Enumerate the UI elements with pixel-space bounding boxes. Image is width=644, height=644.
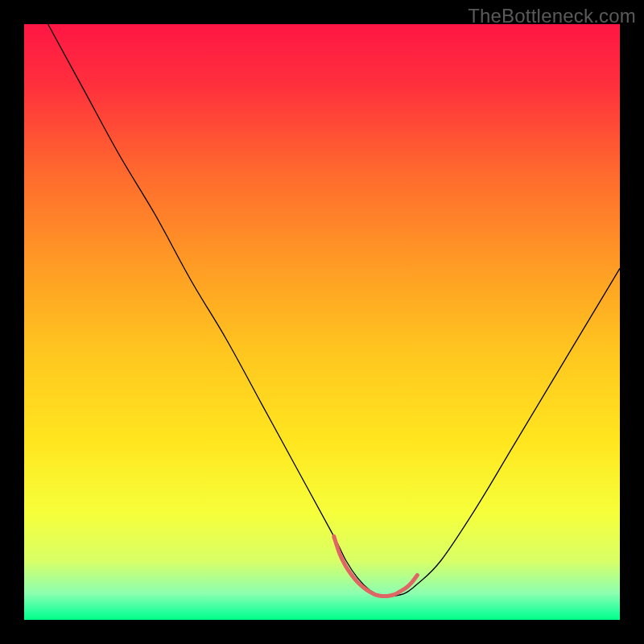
chart-frame: TheBottleneck.com <box>0 0 644 644</box>
plot-area <box>24 24 620 620</box>
optimal-band-marker <box>334 536 418 596</box>
watermark-text: TheBottleneck.com <box>468 5 636 27</box>
bottleneck-curve <box>48 24 620 597</box>
chart-curves <box>24 24 620 620</box>
